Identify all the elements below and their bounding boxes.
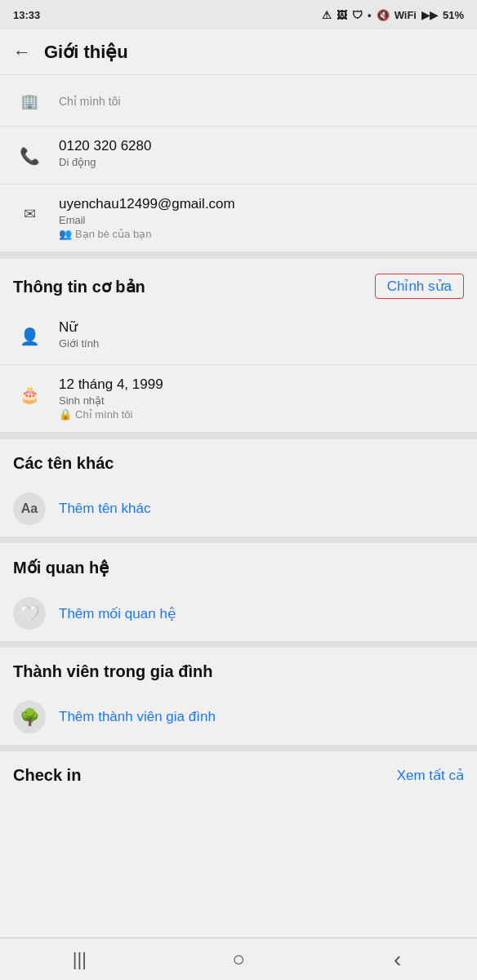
check-in-section-header: Check in Xem tất cả — [0, 751, 477, 793]
add-relationship-row[interactable]: 🤍 Thêm mối quan hệ — [0, 586, 477, 641]
add-other-name-icon: Aa — [13, 492, 46, 525]
gender-row: 👤 Nữ Giới tính — [0, 307, 477, 365]
tree-icon: 🌳 — [20, 707, 40, 727]
person-icon: 👤 — [20, 327, 40, 346]
phone-row: 📞 0120 320 6280 Di động — [0, 127, 477, 185]
email-address: uyenchau12499@gmail.com — [59, 196, 235, 212]
phone-icon: 📞 — [20, 146, 40, 166]
cake-icon-container: 🎂 — [13, 378, 46, 411]
phone-type: Di động — [59, 156, 151, 168]
building-icon: 🏢 — [20, 92, 38, 110]
person-icon-container: 👤 — [13, 320, 46, 353]
email-row: ✉ uyenchau12499@gmail.com Email 👥 Bạn bè… — [0, 185, 477, 252]
status-icons: ⚠ 🖼 🛡 • 🔇 WiFi ▶▶ 51% — [322, 9, 464, 21]
gender-value: Nữ — [59, 318, 99, 336]
signal-icon: ▶▶ — [421, 9, 438, 21]
mute-icon: 🔇 — [377, 9, 390, 21]
partial-text: Chỉ mình tôi — [59, 93, 121, 108]
wifi-icon: WiFi — [395, 9, 417, 21]
battery-label: 51% — [443, 9, 464, 21]
phone-icon-container: 📞 — [13, 140, 46, 172]
email-type: Email — [59, 214, 235, 226]
divider-4 — [0, 641, 477, 648]
divider-1 — [0, 252, 477, 259]
email-icon-container: ✉ — [13, 198, 46, 230]
heart-icon: 🤍 — [20, 604, 40, 623]
home-button[interactable]: ○ — [214, 947, 263, 972]
birthday-value: 12 tháng 4, 1999 — [59, 376, 163, 393]
partial-privacy-label: Chỉ mình tôi — [59, 95, 121, 108]
divider-2 — [0, 433, 477, 439]
page-title: Giới thiệu — [44, 42, 128, 63]
status-time: 13:33 — [13, 9, 40, 21]
aa-icon: Aa — [21, 501, 38, 516]
other-names-section-header: Các tên khác — [0, 439, 477, 481]
birthday-label: Sinh nhật — [59, 394, 163, 407]
header: ← Giới thiệu — [0, 29, 477, 75]
add-relationship-icon: 🤍 — [13, 597, 46, 630]
cake-icon: 🎂 — [20, 385, 40, 404]
view-all-button[interactable]: Xem tất cả — [397, 767, 464, 784]
partial-privacy-row: 🏢 Chỉ mình tôi — [0, 75, 477, 127]
relationship-section-header: Mối quan hệ — [0, 543, 477, 586]
edit-basic-info-button[interactable]: Chỉnh sửa — [375, 274, 464, 299]
alert-icon: ⚠ — [322, 9, 332, 21]
add-family-icon: 🌳 — [13, 701, 46, 733]
add-other-name-row[interactable]: Aa Thêm tên khác — [0, 481, 477, 537]
family-title: Thành viên trong gia đình — [13, 662, 212, 681]
add-relationship-label: Thêm mối quan hệ — [59, 605, 176, 622]
birthday-row: 🎂 12 tháng 4, 1999 Sinh nhật 🔒 Chỉ mình … — [0, 365, 477, 433]
check-in-title: Check in — [13, 766, 81, 785]
menu-button[interactable]: ||| — [55, 949, 104, 970]
back-nav-button[interactable]: ‹ — [373, 947, 422, 973]
phone-text: 0120 320 6280 Di động — [59, 138, 151, 168]
other-names-title: Các tên khác — [13, 454, 114, 473]
email-icon: ✉ — [24, 205, 36, 223]
image-icon: 🖼 — [337, 9, 347, 21]
back-button[interactable]: ← — [13, 42, 31, 63]
birthday-privacy: 🔒 Chỉ mình tôi — [59, 408, 163, 421]
birthday-text: 12 tháng 4, 1999 Sinh nhật 🔒 Chỉ mình tô… — [59, 376, 163, 421]
status-bar: 13:33 ⚠ 🖼 🛡 • 🔇 WiFi ▶▶ 51% — [0, 0, 477, 29]
lock-icon-container: 🏢 — [13, 85, 46, 118]
gender-text: Nữ Giới tính — [59, 318, 99, 350]
gender-label: Giới tính — [59, 337, 99, 350]
dot-icon: • — [368, 9, 372, 21]
divider-5 — [0, 745, 477, 751]
basic-info-title: Thông tin cơ bản — [13, 277, 145, 296]
people-icon: 👥 — [59, 228, 72, 240]
divider-3 — [0, 537, 477, 543]
phone-number: 0120 320 6280 — [59, 138, 151, 154]
basic-info-section-header: Thông tin cơ bản Chỉnh sửa — [0, 259, 477, 307]
lock-icon: 🔒 — [59, 408, 72, 421]
add-other-name-label: Thêm tên khác — [59, 501, 150, 517]
relationship-title: Mối quan hệ — [13, 558, 109, 577]
add-family-label: Thêm thành viên gia đình — [59, 709, 216, 725]
email-text: uyenchau12499@gmail.com Email 👥 Bạn bè c… — [59, 196, 235, 240]
email-visibility: 👥 Bạn bè của bạn — [59, 228, 235, 240]
family-section-header: Thành viên trong gia đình — [0, 648, 477, 689]
shield-icon: 🛡 — [352, 9, 363, 21]
bottom-navigation: ||| ○ ‹ — [0, 938, 477, 980]
add-family-row[interactable]: 🌳 Thêm thành viên gia đình — [0, 689, 477, 745]
